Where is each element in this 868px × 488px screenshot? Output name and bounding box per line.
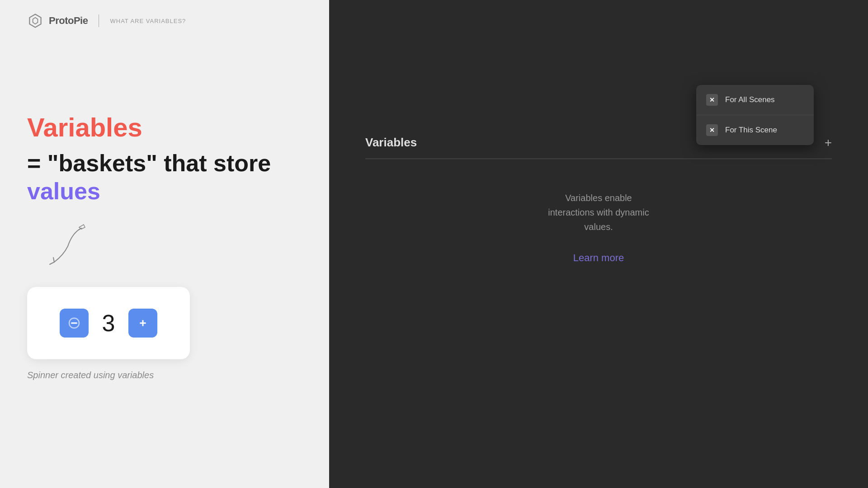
variables-description: Variables enableinteractions with dynami…: [392, 191, 805, 234]
learn-more-link[interactable]: Learn more: [573, 252, 624, 263]
add-variable-button[interactable]: +: [825, 136, 832, 149]
svg-rect-3: [142, 320, 144, 326]
minus-icon: [68, 317, 80, 329]
logo-area: ProtoPie: [27, 13, 88, 29]
arrow-icon: [36, 224, 95, 269]
increment-button[interactable]: [128, 309, 157, 338]
variables-title: Variables: [365, 136, 417, 150]
this-scene-icon: ✕: [706, 124, 718, 136]
all-scenes-label: For All Scenes: [725, 95, 775, 104]
plus-icon: [137, 317, 149, 329]
close-x-icon-2: ✕: [709, 127, 715, 134]
subheadline: = "baskets" that store values: [27, 149, 302, 206]
left-panel: ProtoPie WHAT ARE VARIABLES? Variables =…: [0, 0, 329, 488]
main-content: Variables = "baskets" that store values: [27, 42, 302, 488]
decrement-button[interactable]: [60, 309, 89, 338]
variables-panel: Variables + Variables enableinteractions…: [365, 136, 832, 273]
dropdown-menu: ✕ For All Scenes ✕ For This Scene: [696, 85, 814, 145]
arrow-area: [27, 233, 118, 278]
svg-rect-1: [71, 322, 77, 324]
header-divider: [99, 14, 99, 27]
header: ProtoPie WHAT ARE VARIABLES?: [27, 0, 302, 42]
subheadline-values: values: [27, 178, 100, 204]
right-panel: ✕ For All Scenes ✕ For This Scene Variab…: [329, 0, 868, 488]
headline: Variables: [27, 113, 302, 142]
spinner-card: 3: [27, 287, 190, 359]
variables-body: Variables enableinteractions with dynami…: [365, 182, 832, 273]
subheadline-prefix: = "baskets" that store: [27, 150, 271, 176]
this-scene-label: For This Scene: [725, 126, 777, 135]
all-scenes-icon: ✕: [706, 94, 718, 106]
dropdown-item-this-scene[interactable]: ✕ For This Scene: [696, 115, 814, 145]
dropdown-item-all-scenes[interactable]: ✕ For All Scenes: [696, 85, 814, 115]
logo-text: ProtoPie: [49, 15, 88, 27]
close-x-icon: ✕: [709, 96, 715, 103]
header-subtitle: WHAT ARE VARIABLES?: [110, 18, 186, 24]
protopie-logo-icon: [27, 13, 43, 29]
spinner-caption: Spinner created using variables: [27, 370, 302, 380]
spinner-value: 3: [102, 310, 115, 337]
